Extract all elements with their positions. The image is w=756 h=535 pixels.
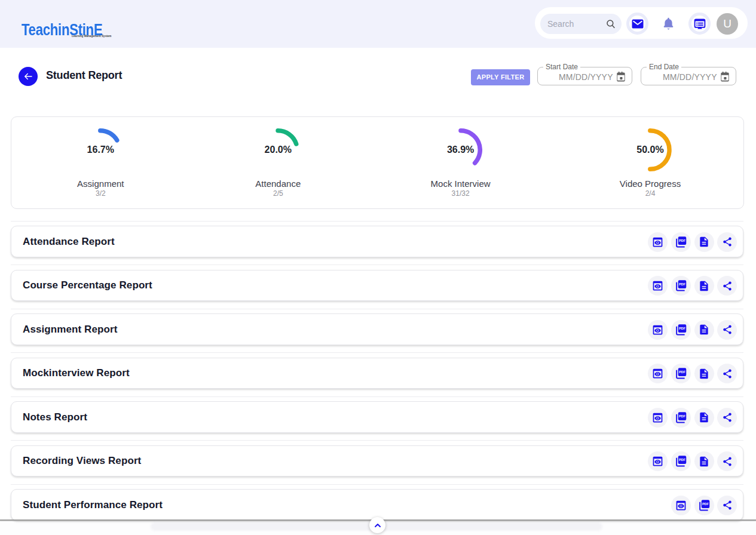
- svg-text:PDF: PDF: [702, 502, 709, 506]
- svg-text:PDF: PDF: [679, 371, 686, 374]
- svg-text:PDF: PDF: [679, 414, 686, 418]
- svg-text:PDF: PDF: [679, 283, 686, 287]
- svg-text:PDF: PDF: [679, 459, 686, 462]
- svg-text:PDF: PDF: [679, 327, 686, 330]
- svg-text:PDF: PDF: [679, 239, 686, 242]
